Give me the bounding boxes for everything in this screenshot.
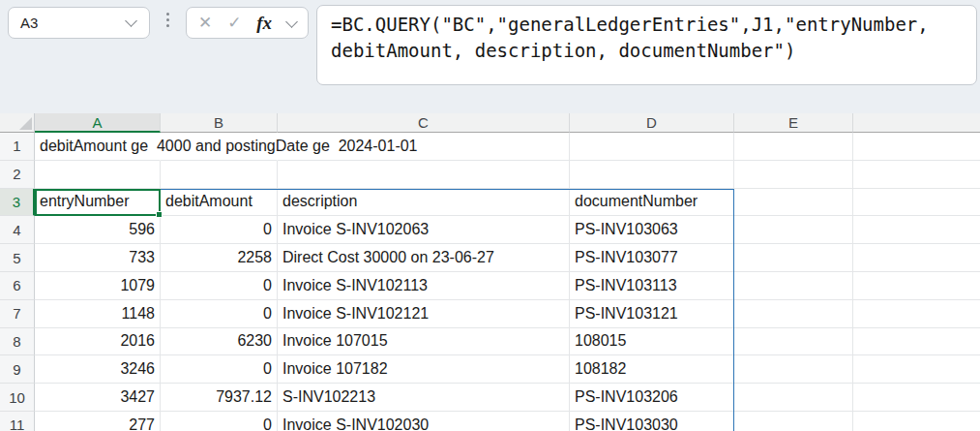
cell-A10[interactable]: 3427 bbox=[35, 384, 161, 412]
row-header-5[interactable]: 5 bbox=[0, 244, 35, 272]
cell-E1[interactable] bbox=[734, 133, 853, 161]
cancel-icon[interactable]: ✕ bbox=[198, 15, 212, 31]
cell-F8[interactable] bbox=[853, 328, 980, 356]
cell-F5[interactable] bbox=[853, 244, 980, 272]
row-header-3[interactable]: 3 bbox=[0, 189, 35, 217]
grid-row-5: 5 733 2258 Direct Cost 30000 on 23-06-27… bbox=[0, 244, 980, 272]
cell-D10[interactable]: PS-INV103206 bbox=[570, 384, 734, 412]
cell-D6[interactable]: PS-INV103113 bbox=[570, 272, 734, 300]
cell-A9[interactable]: 3246 bbox=[35, 355, 161, 384]
row-header-1[interactable]: 1 bbox=[0, 133, 35, 161]
row-header-2[interactable]: 2 bbox=[0, 161, 35, 189]
cell-B2[interactable] bbox=[161, 161, 278, 189]
cell-C6[interactable]: Invoice S-INV102113 bbox=[278, 272, 570, 300]
cell-B11[interactable]: 0 bbox=[161, 412, 278, 431]
name-box[interactable]: A3 bbox=[8, 7, 150, 39]
row-header-11[interactable]: 11 bbox=[0, 412, 35, 431]
row-header-6[interactable]: 6 bbox=[0, 272, 35, 300]
cell-D9[interactable]: 108182 bbox=[570, 355, 734, 384]
cell-C10[interactable]: S-INV102213 bbox=[278, 384, 570, 412]
formula-buttons: ✕ ✓ fx bbox=[186, 7, 309, 39]
row-header-4[interactable]: 4 bbox=[0, 216, 35, 244]
cell-B10[interactable]: 7937.12 bbox=[161, 384, 278, 412]
cell-B4[interactable]: 0 bbox=[161, 216, 278, 244]
cell-B3[interactable]: debitAmount bbox=[161, 189, 278, 217]
column-header-D[interactable]: D bbox=[570, 113, 734, 133]
cell-B5[interactable]: 2258 bbox=[161, 244, 278, 272]
spreadsheet-grid: A B C D E 1 debitAmount ge 4000 and post… bbox=[0, 113, 980, 431]
cell-D7[interactable]: PS-INV103121 bbox=[570, 300, 734, 328]
cell-C5[interactable]: Direct Cost 30000 on 23-06-27 bbox=[278, 244, 570, 272]
column-header-A[interactable]: A bbox=[35, 113, 161, 133]
cell-F9[interactable] bbox=[853, 355, 980, 384]
column-header-C[interactable]: C bbox=[278, 113, 570, 133]
drag-handle-icon[interactable] bbox=[166, 13, 169, 27]
column-header-B[interactable]: B bbox=[161, 113, 278, 133]
cell-C9[interactable]: Invoice 107182 bbox=[278, 355, 570, 384]
cell-D3[interactable]: documentNumber bbox=[570, 189, 734, 217]
column-header-F[interactable] bbox=[853, 113, 980, 133]
cell-C4[interactable]: Invoice S-INV102063 bbox=[278, 216, 570, 244]
row-header-10[interactable]: 10 bbox=[0, 384, 35, 412]
cell-A11[interactable]: 277 bbox=[35, 412, 161, 431]
cell-D5[interactable]: PS-INV103077 bbox=[570, 244, 734, 272]
cell-C8[interactable]: Invoice 107015 bbox=[278, 328, 570, 356]
cell-A4[interactable]: 596 bbox=[35, 216, 161, 244]
cell-B7[interactable]: 0 bbox=[161, 300, 278, 328]
select-all-triangle-icon bbox=[19, 117, 32, 130]
grid-row-4: 4 596 0 Invoice S-INV102063 PS-INV103063 bbox=[0, 216, 980, 244]
cell-E2[interactable] bbox=[734, 161, 853, 189]
cell-F7[interactable] bbox=[853, 300, 980, 328]
cell-C11[interactable]: Invoice S-INV102030 bbox=[278, 412, 570, 431]
cell-D2[interactable] bbox=[570, 161, 734, 189]
grid-row-11: 11 277 0 Invoice S-INV102030 PS-INV10303… bbox=[0, 412, 980, 431]
cell-A3-active[interactable]: entryNumber bbox=[35, 189, 161, 217]
cell-E3[interactable] bbox=[734, 189, 853, 217]
cell-B9[interactable]: 0 bbox=[161, 355, 278, 384]
cell-D11[interactable]: PS-INV103030 bbox=[570, 412, 734, 431]
insert-function-icon[interactable]: fx bbox=[256, 14, 272, 32]
cell-F4[interactable] bbox=[853, 216, 980, 244]
cell-F3[interactable] bbox=[853, 189, 980, 217]
name-box-value: A3 bbox=[9, 15, 127, 31]
grid-row-2: 2 bbox=[0, 161, 980, 189]
cell-D8[interactable]: 108015 bbox=[570, 328, 734, 356]
row-header-9[interactable]: 9 bbox=[0, 355, 35, 384]
confirm-icon[interactable]: ✓ bbox=[227, 15, 241, 31]
cell-E10[interactable] bbox=[734, 384, 853, 412]
chevron-down-icon[interactable] bbox=[285, 15, 298, 28]
row-header-8[interactable]: 8 bbox=[0, 328, 35, 356]
formula-line-1: =BC.QUERY("BC","generalLedgerEntries",J1… bbox=[331, 12, 966, 38]
column-header-E[interactable]: E bbox=[734, 113, 853, 133]
cell-B8[interactable]: 6230 bbox=[161, 328, 278, 356]
cell-E4[interactable] bbox=[734, 216, 853, 244]
cell-A7[interactable]: 1148 bbox=[35, 300, 161, 328]
cell-F10[interactable] bbox=[853, 384, 980, 412]
cell-E11[interactable] bbox=[734, 412, 853, 431]
cell-E9[interactable] bbox=[734, 355, 853, 384]
cell-A8[interactable]: 2016 bbox=[35, 328, 161, 356]
cell-A1[interactable]: debitAmount ge 4000 and postingDate ge 2… bbox=[35, 133, 161, 161]
formula-bar-input[interactable]: =BC.QUERY("BC","generalLedgerEntries",J1… bbox=[316, 5, 977, 85]
cell-C3[interactable]: description bbox=[278, 189, 570, 217]
cell-A2[interactable] bbox=[35, 161, 161, 189]
cell-F11[interactable] bbox=[853, 412, 980, 431]
cell-E5[interactable] bbox=[734, 244, 853, 272]
cell-A5[interactable]: 733 bbox=[35, 244, 161, 272]
cell-F2[interactable] bbox=[853, 161, 980, 189]
cell-F6[interactable] bbox=[853, 272, 980, 300]
cell-E7[interactable] bbox=[734, 300, 853, 328]
cell-C7[interactable]: Invoice S-INV102121 bbox=[278, 300, 570, 328]
cell-A6[interactable]: 1079 bbox=[35, 272, 161, 300]
cell-E6[interactable] bbox=[734, 272, 853, 300]
cell-B6[interactable]: 0 bbox=[161, 272, 278, 300]
cell-D4[interactable]: PS-INV103063 bbox=[570, 216, 734, 244]
cell-D1[interactable] bbox=[570, 133, 734, 161]
cell-E8[interactable] bbox=[734, 328, 853, 356]
cell-F1[interactable] bbox=[853, 133, 980, 161]
chevron-down-icon[interactable] bbox=[125, 15, 137, 27]
grid-row-10: 10 3427 7937.12 S-INV102213 PS-INV103206 bbox=[0, 384, 980, 412]
select-all-button[interactable] bbox=[0, 113, 35, 133]
cell-C2[interactable] bbox=[278, 161, 570, 189]
row-header-7[interactable]: 7 bbox=[0, 300, 35, 328]
